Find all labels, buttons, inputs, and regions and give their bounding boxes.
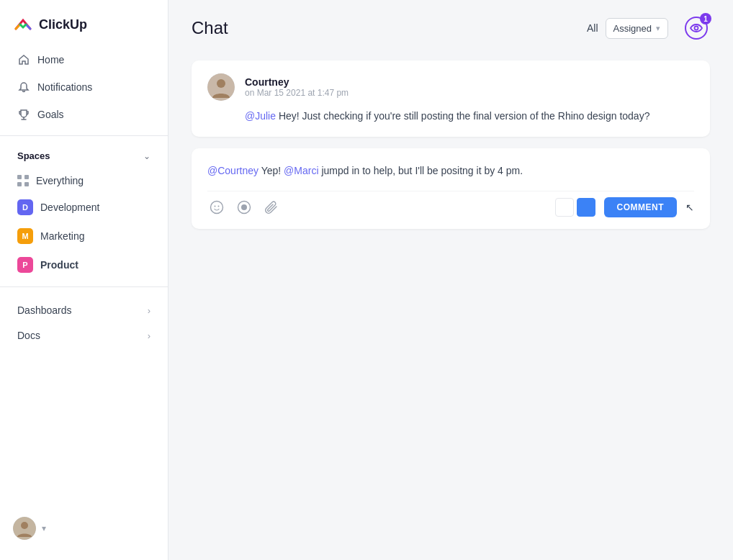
- sidebar-divider-2: [0, 286, 168, 287]
- format-btn-2[interactable]: [577, 198, 595, 217]
- mention-marci: @Marci: [284, 165, 318, 176]
- development-label: Development: [40, 202, 100, 213]
- filter-all-button[interactable]: All: [587, 22, 598, 34]
- filter-assigned-chevron: ▾: [656, 24, 660, 33]
- watch-button[interactable]: 1: [683, 14, 710, 42]
- development-badge: D: [17, 199, 33, 215]
- docs-arrow: ›: [148, 330, 150, 341]
- chat-title: Chat: [192, 18, 572, 38]
- sidebar-item-product[interactable]: P Product: [4, 251, 163, 279]
- sidebar-divider-1: [0, 135, 168, 136]
- clickup-logo-icon: [13, 14, 33, 35]
- reply-text-1: Yep!: [258, 165, 284, 176]
- format-btn-1[interactable]: [555, 198, 574, 217]
- svg-point-6: [215, 205, 216, 207]
- message-text-1: Hey! Just checking if you're still posti…: [276, 110, 649, 122]
- dashboards-arrow: ›: [148, 305, 150, 316]
- message-sender-1: Courtney: [245, 76, 348, 88]
- svg-point-7: [218, 205, 220, 207]
- bell-icon: [17, 81, 30, 94]
- message-card-1: Courtney on Mar 15 2021 at 1:47 pm @Juli…: [192, 60, 710, 137]
- svg-point-1: [21, 522, 28, 529]
- filter-assigned-dropdown[interactable]: Assigned ▾: [606, 18, 668, 39]
- marketing-badge: M: [17, 228, 33, 244]
- app-name: ClickUp: [39, 17, 87, 32]
- dashboards-label: Dashboards: [17, 304, 72, 316]
- goals-label: Goals: [37, 109, 64, 120]
- logo-area: ClickUp: [0, 0, 168, 46]
- mention-courtney: @Courtney: [207, 165, 258, 176]
- everything-icon: [17, 175, 29, 186]
- record-button[interactable]: [235, 198, 253, 217]
- sidebar-item-development[interactable]: D Development: [4, 194, 163, 221]
- filter-assigned-label: Assigned: [613, 23, 652, 34]
- svg-point-4: [217, 79, 225, 88]
- sidebar-item-goals[interactable]: Goals: [4, 101, 163, 127]
- message-body-1: @Julie Hey! Just checking if you're stil…: [245, 108, 694, 124]
- sidebar-item-dashboards[interactable]: Dashboards ›: [4, 298, 163, 322]
- notifications-label: Notifications: [37, 81, 92, 93]
- sidebar-item-notifications[interactable]: Notifications: [4, 74, 163, 100]
- spaces-header[interactable]: Spaces ⌄: [4, 145, 163, 167]
- user-chevron-icon: ▾: [42, 523, 46, 533]
- everything-label: Everything: [36, 175, 84, 186]
- chevron-down-icon: ⌄: [143, 151, 150, 161]
- sidebar: ClickUp Home Notifications Go: [0, 0, 168, 560]
- reply-card: @Courtney Yep! @Marci jumpd in to help, …: [192, 148, 710, 228]
- spaces-label: Spaces: [17, 150, 50, 161]
- chat-area: Courtney on Mar 15 2021 at 1:47 pm @Juli…: [168, 53, 733, 560]
- home-label: Home: [37, 54, 64, 66]
- product-label: Product: [40, 259, 78, 271]
- format-icons: [555, 198, 595, 217]
- trophy-icon: [17, 108, 30, 121]
- sender-avatar-courtney: [207, 73, 235, 101]
- product-badge: P: [17, 257, 33, 273]
- svg-point-5: [211, 201, 223, 213]
- message-meta-1: Courtney on Mar 15 2021 at 1:47 pm: [245, 76, 348, 98]
- attach-button[interactable]: [262, 198, 281, 217]
- emoji-button[interactable]: [207, 198, 226, 217]
- sidebar-item-docs[interactable]: Docs ›: [4, 323, 163, 348]
- reply-toolbar: COMMENT ↖: [207, 191, 694, 217]
- sidebar-item-everything[interactable]: Everything: [4, 169, 163, 192]
- marketing-label: Marketing: [40, 230, 84, 242]
- home-icon: [17, 53, 30, 66]
- docs-label: Docs: [17, 330, 40, 341]
- user-avatar[interactable]: [13, 517, 36, 540]
- filter-group: All Assigned ▾: [587, 18, 668, 39]
- chat-header: Chat All Assigned ▾ 1: [168, 0, 733, 53]
- svg-point-2: [695, 27, 698, 30]
- comment-button[interactable]: COMMENT: [604, 197, 678, 217]
- reply-body: @Courtney Yep! @Marci jumpd in to help, …: [207, 163, 694, 179]
- reply-text-2: jumpd in to help, but I'll be positng it…: [319, 165, 523, 176]
- main-content: Chat All Assigned ▾ 1: [168, 0, 733, 560]
- watch-count-badge: 1: [700, 13, 711, 24]
- sidebar-bottom-nav: Dashboards › Docs ›: [0, 294, 168, 351]
- message-header-1: Courtney on Mar 15 2021 at 1:47 pm: [207, 73, 694, 101]
- sidebar-item-marketing[interactable]: M Marketing: [4, 222, 163, 250]
- svg-point-9: [241, 204, 247, 210]
- cursor-icon: ↖: [685, 202, 694, 213]
- mention-julie: @Julie: [245, 110, 276, 122]
- sidebar-item-home[interactable]: Home: [4, 47, 163, 73]
- sidebar-footer: ▾: [0, 508, 168, 548]
- message-time-1: on Mar 15 2021 at 1:47 pm: [245, 88, 348, 98]
